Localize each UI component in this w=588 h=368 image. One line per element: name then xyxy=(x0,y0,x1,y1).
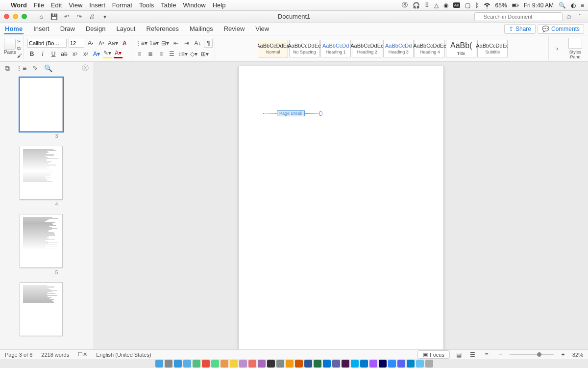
text-effects-icon[interactable]: A▾ xyxy=(92,50,101,58)
style-tile-heading-2[interactable]: AaBbCcDdEeHeading 2 xyxy=(352,40,382,57)
app-name[interactable]: Word xyxy=(11,1,27,9)
adobe-tray-icon[interactable]: Ae xyxy=(453,2,460,8)
line-spacing-icon[interactable]: ↕≡▾ xyxy=(178,50,188,58)
minimize-window-button[interactable] xyxy=(13,14,18,19)
tab-view[interactable]: View xyxy=(254,23,270,34)
dock-app-podcasts[interactable] xyxy=(258,360,266,368)
dock-app-figma[interactable] xyxy=(369,360,377,368)
menu-table[interactable]: Table xyxy=(161,1,176,9)
dock-app-trash[interactable] xyxy=(425,360,433,368)
menu-format[interactable]: Format xyxy=(112,1,132,9)
dock-app-tv[interactable] xyxy=(267,360,275,368)
tab-review[interactable]: Review xyxy=(223,23,246,34)
show-marks-icon[interactable]: ¶ xyxy=(204,39,213,48)
dock-app-photos[interactable] xyxy=(202,360,210,368)
print-layout-icon[interactable]: ☰ xyxy=(468,350,477,359)
page-thumb-5[interactable] xyxy=(20,214,63,268)
style-tile-heading-1[interactable]: AaBbCcDdHeading 1 xyxy=(320,40,351,57)
format-painter-icon[interactable]: 🖌 xyxy=(17,53,22,58)
tab-design[interactable]: Design xyxy=(85,23,106,34)
language-indicator[interactable]: English (United States) xyxy=(96,352,151,358)
menu-view[interactable]: View xyxy=(69,1,82,9)
dock-app-vscode[interactable] xyxy=(360,360,368,368)
dock-app-music[interactable] xyxy=(248,360,256,368)
shrink-font-icon[interactable]: A▾ xyxy=(97,39,106,48)
dock-app-notes[interactable] xyxy=(230,360,238,368)
styles-pane-icon[interactable] xyxy=(568,38,582,49)
font-color-icon[interactable]: A▾ xyxy=(114,50,122,58)
font-size-select[interactable] xyxy=(69,39,84,48)
page-3[interactable]: Page Break xyxy=(238,66,444,349)
spotlight-icon[interactable]: 🔍 xyxy=(559,2,566,9)
styles-more-icon[interactable]: › xyxy=(553,44,562,53)
home-icon[interactable]: ⌂ xyxy=(37,12,46,21)
close-window-button[interactable] xyxy=(4,14,9,19)
tab-home[interactable]: Home xyxy=(4,23,24,34)
zoom-percent[interactable]: 82% xyxy=(572,352,583,358)
page-thumb-4[interactable] xyxy=(20,146,63,200)
dock-app-messages[interactable] xyxy=(211,360,219,368)
outline-view-icon[interactable]: ⋮≡ xyxy=(16,64,26,72)
wifi-tray-icon[interactable] xyxy=(484,2,490,9)
style-tile-heading-3[interactable]: AaBbCcDdHeading 3 xyxy=(383,40,414,57)
find-icon[interactable]: 🔍 xyxy=(44,64,52,72)
zoom-out-button[interactable]: − xyxy=(496,350,505,359)
menu-help[interactable]: Help xyxy=(213,1,226,9)
shading-icon[interactable]: ◇▾ xyxy=(190,50,198,58)
tab-insert[interactable]: Insert xyxy=(32,23,50,34)
style-tile-title[interactable]: AaBb(Title xyxy=(446,40,476,57)
creative-cloud-tray-icon[interactable]: ◉ xyxy=(443,2,448,9)
align-right-icon[interactable]: ≡ xyxy=(157,50,166,58)
paste-icon[interactable] xyxy=(4,39,16,50)
bulleted-list-icon[interactable]: ⋮≡▾ xyxy=(135,39,147,48)
font-name-select[interactable] xyxy=(27,39,67,48)
dock-app-cal[interactable] xyxy=(220,360,228,368)
zoom-in-button[interactable]: + xyxy=(559,350,567,359)
dock-app-finder[interactable] xyxy=(155,360,163,368)
menu-tools[interactable]: Tools xyxy=(139,1,154,9)
clear-formatting-icon[interactable]: A̷ xyxy=(120,39,129,48)
dock-app-slack[interactable] xyxy=(342,360,349,368)
styles-gallery[interactable]: AaBbCcDdEeNormalAaBbCcDdEeNo SpacingAaBb… xyxy=(258,40,508,57)
sort-icon[interactable]: A↓ xyxy=(193,39,202,48)
dock-app-p[interactable] xyxy=(295,360,303,368)
style-tile-normal[interactable]: AaBbCcDdEeNormal xyxy=(258,40,288,57)
search-document-input[interactable] xyxy=(474,12,563,21)
close-sidebar-icon[interactable]: ⓧ xyxy=(82,64,89,73)
tab-draw[interactable]: Draw xyxy=(59,23,76,34)
redo-icon[interactable]: ↷ xyxy=(75,12,84,21)
skype-tray-icon[interactable]: Ⓢ xyxy=(402,1,408,9)
comments-button[interactable]: 💬Comments xyxy=(538,24,584,34)
bluetooth-tray-icon[interactable]: ᛒ xyxy=(475,2,479,9)
save-icon[interactable]: 💾 xyxy=(49,12,58,21)
grow-font-icon[interactable]: A▴ xyxy=(86,39,95,48)
page-thumbnails[interactable]: 345 xyxy=(0,75,94,349)
menu-window[interactable]: Window xyxy=(183,1,205,9)
spellcheck-icon[interactable]: ☐✕ xyxy=(78,351,87,358)
dock-app-br[interactable] xyxy=(379,360,387,368)
focus-mode-button[interactable]: ▣Focus xyxy=(417,350,450,359)
highlight-color-icon[interactable]: ✎▾ xyxy=(103,50,112,58)
tab-references[interactable]: References xyxy=(146,23,180,34)
dock-app-maps[interactable] xyxy=(193,360,200,368)
style-tile-no-spacing[interactable]: AaBbCcDdEeNo Spacing xyxy=(289,40,319,57)
dock-app-reminders[interactable] xyxy=(239,360,247,368)
dock-app-folder[interactable] xyxy=(416,360,424,368)
document-canvas[interactable]: Page Break xyxy=(94,62,588,349)
dock-app-safari[interactable] xyxy=(174,360,182,368)
align-left-icon[interactable]: ≡ xyxy=(135,50,144,58)
feedback-smiley-icon[interactable]: ☺ xyxy=(565,13,572,21)
ribbon-collapse-icon[interactable]: ˅ xyxy=(575,12,584,21)
tab-mailings[interactable]: Mailings xyxy=(189,23,214,34)
numbered-list-icon[interactable]: 1≡▾ xyxy=(149,39,159,48)
menu-file[interactable]: File xyxy=(34,1,44,9)
thumbnails-view-icon[interactable]: ⧉ xyxy=(5,64,10,73)
read-mode-icon[interactable]: ▤ xyxy=(455,350,464,359)
decrease-indent-icon[interactable]: ⇤ xyxy=(172,39,180,48)
multilevel-list-icon[interactable]: ⊟▾ xyxy=(161,39,170,48)
zoom-slider[interactable] xyxy=(510,354,554,355)
dock-app-word[interactable] xyxy=(304,360,312,368)
menu-insert[interactable]: Insert xyxy=(89,1,105,9)
menu-edit[interactable]: Edit xyxy=(51,1,62,9)
page-thumb-3[interactable] xyxy=(20,78,63,131)
